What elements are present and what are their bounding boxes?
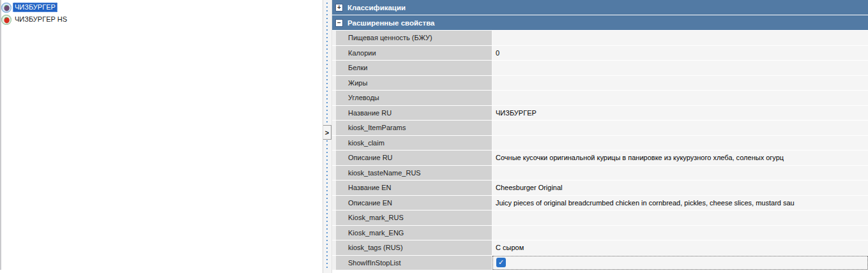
property-row-fats: Жиры	[332, 76, 868, 91]
property-value[interactable]	[492, 166, 868, 181]
property-value[interactable]	[492, 61, 868, 75]
tree-item-cheeseburger[interactable]: ЧИЗБУРГЕР	[1, 1, 57, 13]
property-value[interactable]: Cheesburger Original	[492, 181, 868, 195]
property-row-calories: Калории 0	[332, 46, 868, 61]
property-label[interactable]: Описание EN	[336, 196, 492, 210]
property-label[interactable]: kiosk_tags (RUS)	[336, 240, 492, 255]
property-row-name-en: Название EN Cheesburger Original	[332, 181, 868, 196]
splitter-collapse-arrow-icon[interactable]: >	[323, 125, 331, 140]
property-row-carbs: Углеводы	[332, 91, 868, 106]
property-value[interactable]	[492, 210, 868, 225]
property-value[interactable]	[492, 226, 868, 240]
property-label[interactable]: kiosk_tasteName_RUS	[336, 166, 492, 181]
property-row-kiosk-itemparams: kiosk_ItemParams	[332, 121, 868, 136]
dish-icon	[1, 15, 11, 25]
property-value[interactable]: Juicy pieces of original breadcrumbed ch…	[492, 196, 868, 210]
property-label[interactable]: Название RU	[336, 106, 492, 121]
property-label[interactable]: Kiosk_mark_ENG	[336, 226, 492, 240]
item-properties-window: ЧИЗБУРГЕР ЧИЗБУРГЕР HS > + Классификации…	[0, 0, 868, 273]
panel-splitter[interactable]: >	[323, 0, 332, 273]
property-row-proteins: Белки	[332, 61, 868, 76]
property-label[interactable]: Углеводы	[336, 91, 492, 105]
property-label[interactable]: Kiosk_mark_RUS	[336, 210, 492, 225]
property-label[interactable]: Белки	[336, 61, 492, 75]
property-row-description-en: Описание EN Juicy pieces of original bre…	[332, 196, 868, 211]
property-value[interactable]	[492, 136, 868, 151]
property-row-kiosk-tags-rus: kiosk_tags (RUS) С сыром	[332, 240, 868, 256]
property-label[interactable]: Описание RU	[336, 151, 492, 165]
tree-item-label: ЧИЗБУРГЕР	[13, 3, 57, 12]
property-row-showifinstoplist: ShowIfInStopList ✓	[332, 256, 868, 271]
group-header-extended-properties[interactable]: − Расширенные свойства	[332, 15, 868, 31]
property-value[interactable]	[492, 91, 868, 105]
property-value[interactable]	[492, 121, 868, 135]
property-value[interactable]	[492, 31, 868, 45]
property-label[interactable]: ShowIfInStopList	[336, 256, 492, 270]
property-row-kiosk-tastename-rus: kiosk_tasteName_RUS	[332, 166, 868, 181]
property-label[interactable]: Жиры	[336, 76, 492, 91]
property-row-description-ru: Описание RU Сочные кусочки оригинальной …	[332, 151, 868, 166]
tree-item-label: ЧИЗБУРГЕР HS	[13, 15, 69, 24]
expand-icon[interactable]: +	[335, 4, 343, 11]
tree-item-cheeseburger-hs[interactable]: ЧИЗБУРГЕР HS	[1, 13, 69, 26]
property-value[interactable]: 0	[492, 46, 868, 61]
collapse-icon[interactable]: −	[335, 19, 343, 27]
property-label[interactable]: kiosk_claim	[336, 136, 492, 151]
property-label[interactable]: Название EN	[336, 181, 492, 195]
property-row-nutrition: Пищевая ценность (БЖУ)	[332, 31, 868, 46]
property-value[interactable]: ЧИЗБУРГЕР	[492, 106, 868, 121]
property-label[interactable]: Калории	[336, 46, 492, 61]
property-value[interactable]	[492, 76, 868, 91]
checkbox-checked[interactable]: ✓	[496, 258, 506, 267]
group-header-label: Классификации	[347, 4, 406, 11]
property-row-kiosk-claim: kiosk_claim	[332, 136, 868, 151]
property-row-name-ru: Название RU ЧИЗБУРГЕР	[332, 106, 868, 121]
group-header-label: Расширенные свойства	[347, 19, 434, 27]
property-grid: + Классификации − Расширенные свойства П…	[332, 0, 868, 273]
tree-panel-edge	[0, 0, 1, 270]
property-label[interactable]: kiosk_ItemParams	[336, 121, 492, 135]
dish-icon	[1, 3, 11, 13]
property-row-kiosk-mark-rus: Kiosk_mark_RUS	[332, 210, 868, 226]
property-value[interactable]: ✓	[492, 256, 868, 270]
property-row-kiosk-mark-eng: Kiosk_mark_ENG	[332, 226, 868, 241]
property-value[interactable]: Сочные кусочки оригинальной курицы в пан…	[492, 151, 868, 165]
property-label[interactable]: Пищевая ценность (БЖУ)	[336, 31, 492, 45]
group-header-classifications[interactable]: + Классификации	[332, 0, 868, 15]
property-value[interactable]: С сыром	[492, 240, 868, 255]
menu-items-tree-panel: ЧИЗБУРГЕР ЧИЗБУРГЕР HS	[0, 0, 323, 273]
